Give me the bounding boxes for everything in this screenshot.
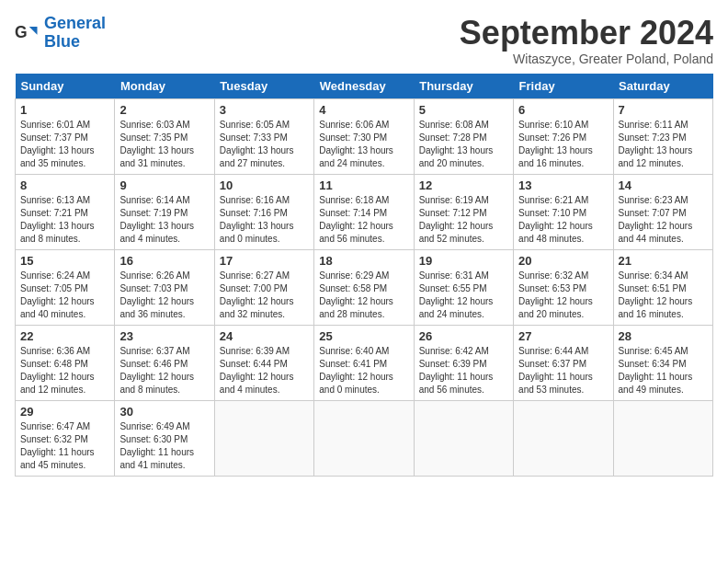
day-info: Sunrise: 6:39 AM Sunset: 6:44 PM Dayligh… [220,345,309,396]
day-cell: 3Sunrise: 6:05 AM Sunset: 7:33 PM Daylig… [214,98,313,174]
logo-text: General Blue [44,15,106,52]
day-info: Sunrise: 6:21 AM Sunset: 7:10 PM Dayligh… [518,194,608,246]
day-cell [414,400,513,476]
day-info: Sunrise: 6:37 AM Sunset: 6:46 PM Dayligh… [119,345,209,396]
logo-line2: Blue [44,32,80,51]
day-cell: 25Sunrise: 6:40 AM Sunset: 6:41 PM Dayli… [314,325,414,400]
day-info: Sunrise: 6:01 AM Sunset: 7:37 PM Dayligh… [20,119,109,170]
day-cell: 12Sunrise: 6:19 AM Sunset: 7:12 PM Dayli… [414,174,513,249]
col-thursday: Thursday [414,74,513,99]
day-cell: 20Sunrise: 6:32 AM Sunset: 6:53 PM Dayli… [514,249,613,325]
day-cell: 4Sunrise: 6:06 AM Sunset: 7:30 PM Daylig… [314,98,414,174]
day-info: Sunrise: 6:36 AM Sunset: 6:48 PM Dayligh… [20,345,109,396]
day-info: Sunrise: 6:44 AM Sunset: 6:37 PM Dayligh… [518,345,608,396]
col-friday: Friday [514,74,613,99]
day-info: Sunrise: 6:11 AM Sunset: 7:23 PM Dayligh… [619,119,708,170]
location: Witaszyce, Greater Poland, Poland [460,52,713,66]
day-number: 3 [220,103,309,117]
day-cell: 28Sunrise: 6:45 AM Sunset: 6:34 PM Dayli… [613,325,712,400]
day-info: Sunrise: 6:08 AM Sunset: 7:28 PM Dayligh… [419,119,508,170]
day-number: 14 [619,178,708,192]
week-row-1: 1Sunrise: 6:01 AM Sunset: 7:37 PM Daylig… [16,98,713,174]
day-info: Sunrise: 6:42 AM Sunset: 6:39 PM Dayligh… [419,345,508,396]
day-cell: 21Sunrise: 6:34 AM Sunset: 6:51 PM Dayli… [613,249,712,325]
day-number: 5 [419,103,508,117]
day-number: 26 [419,329,508,343]
day-cell: 27Sunrise: 6:44 AM Sunset: 6:37 PM Dayli… [514,325,613,400]
day-cell: 8Sunrise: 6:13 AM Sunset: 7:21 PM Daylig… [16,174,115,249]
day-cell: 13Sunrise: 6:21 AM Sunset: 7:10 PM Dayli… [514,174,613,249]
calendar-table: Sunday Monday Tuesday Wednesday Thursday… [15,74,713,477]
day-info: Sunrise: 6:13 AM Sunset: 7:21 PM Dayligh… [20,194,109,246]
day-number: 9 [119,178,209,192]
day-number: 10 [220,178,309,192]
svg-text:G: G [15,23,28,41]
logo-icon: G [15,20,40,46]
day-info: Sunrise: 6:29 AM Sunset: 6:58 PM Dayligh… [319,270,408,321]
day-info: Sunrise: 6:47 AM Sunset: 6:32 PM Dayligh… [20,420,109,472]
day-number: 21 [619,254,708,268]
col-tuesday: Tuesday [214,74,313,99]
day-cell: 24Sunrise: 6:39 AM Sunset: 6:44 PM Dayli… [214,325,313,400]
logo: G General Blue [15,15,106,52]
day-number: 12 [419,178,508,192]
day-number: 17 [220,254,309,268]
day-number: 25 [319,329,408,343]
week-row-2: 8Sunrise: 6:13 AM Sunset: 7:21 PM Daylig… [16,174,713,249]
day-info: Sunrise: 6:05 AM Sunset: 7:33 PM Dayligh… [220,119,309,170]
day-info: Sunrise: 6:31 AM Sunset: 6:55 PM Dayligh… [419,270,508,321]
day-number: 19 [419,254,508,268]
day-cell: 17Sunrise: 6:27 AM Sunset: 7:00 PM Dayli… [214,249,313,325]
week-row-3: 15Sunrise: 6:24 AM Sunset: 7:05 PM Dayli… [16,249,713,325]
day-cell: 14Sunrise: 6:23 AM Sunset: 7:07 PM Dayli… [613,174,712,249]
week-row-5: 29Sunrise: 6:47 AM Sunset: 6:32 PM Dayli… [16,400,713,476]
day-number: 7 [619,103,708,117]
day-cell [514,400,613,476]
day-cell: 11Sunrise: 6:18 AM Sunset: 7:14 PM Dayli… [314,174,414,249]
day-cell: 1Sunrise: 6:01 AM Sunset: 7:37 PM Daylig… [16,98,115,174]
day-number: 24 [220,329,309,343]
day-info: Sunrise: 6:40 AM Sunset: 6:41 PM Dayligh… [319,345,408,396]
day-cell: 5Sunrise: 6:08 AM Sunset: 7:28 PM Daylig… [414,98,513,174]
day-info: Sunrise: 6:06 AM Sunset: 7:30 PM Dayligh… [319,119,408,170]
day-cell: 26Sunrise: 6:42 AM Sunset: 6:39 PM Dayli… [414,325,513,400]
day-info: Sunrise: 6:18 AM Sunset: 7:14 PM Dayligh… [319,194,408,246]
day-cell: 23Sunrise: 6:37 AM Sunset: 6:46 PM Dayli… [115,325,214,400]
day-cell: 19Sunrise: 6:31 AM Sunset: 6:55 PM Dayli… [414,249,513,325]
col-wednesday: Wednesday [314,74,414,99]
day-number: 27 [518,329,608,343]
header-row: Sunday Monday Tuesday Wednesday Thursday… [16,74,713,99]
day-info: Sunrise: 6:16 AM Sunset: 7:16 PM Dayligh… [220,194,309,246]
day-info: Sunrise: 6:49 AM Sunset: 6:30 PM Dayligh… [119,420,209,472]
day-info: Sunrise: 6:26 AM Sunset: 7:03 PM Dayligh… [119,270,209,321]
day-info: Sunrise: 6:10 AM Sunset: 7:26 PM Dayligh… [518,119,608,170]
day-number: 4 [319,103,408,117]
day-info: Sunrise: 6:23 AM Sunset: 7:07 PM Dayligh… [619,194,708,246]
day-cell [613,400,712,476]
week-row-4: 22Sunrise: 6:36 AM Sunset: 6:48 PM Dayli… [16,325,713,400]
day-info: Sunrise: 6:34 AM Sunset: 6:51 PM Dayligh… [619,270,708,321]
logo-line1: General [44,14,106,32]
day-number: 1 [20,103,109,117]
day-number: 30 [119,405,209,419]
day-cell [214,400,313,476]
day-number: 6 [518,103,608,117]
day-cell [314,400,414,476]
day-info: Sunrise: 6:19 AM Sunset: 7:12 PM Dayligh… [419,194,508,246]
day-number: 2 [119,103,209,117]
day-info: Sunrise: 6:45 AM Sunset: 6:34 PM Dayligh… [619,345,708,396]
day-cell: 6Sunrise: 6:10 AM Sunset: 7:26 PM Daylig… [514,98,613,174]
month-title: September 2024 [460,15,713,52]
day-number: 20 [518,254,608,268]
svg-marker-1 [29,27,38,35]
day-cell: 9Sunrise: 6:14 AM Sunset: 7:19 PM Daylig… [115,174,214,249]
col-sunday: Sunday [16,74,115,99]
day-info: Sunrise: 6:32 AM Sunset: 6:53 PM Dayligh… [518,270,608,321]
day-number: 8 [20,178,109,192]
day-cell: 30Sunrise: 6:49 AM Sunset: 6:30 PM Dayli… [115,400,214,476]
day-cell: 2Sunrise: 6:03 AM Sunset: 7:35 PM Daylig… [115,98,214,174]
day-number: 29 [20,405,109,419]
day-number: 11 [319,178,408,192]
day-info: Sunrise: 6:24 AM Sunset: 7:05 PM Dayligh… [20,270,109,321]
day-number: 28 [619,329,708,343]
